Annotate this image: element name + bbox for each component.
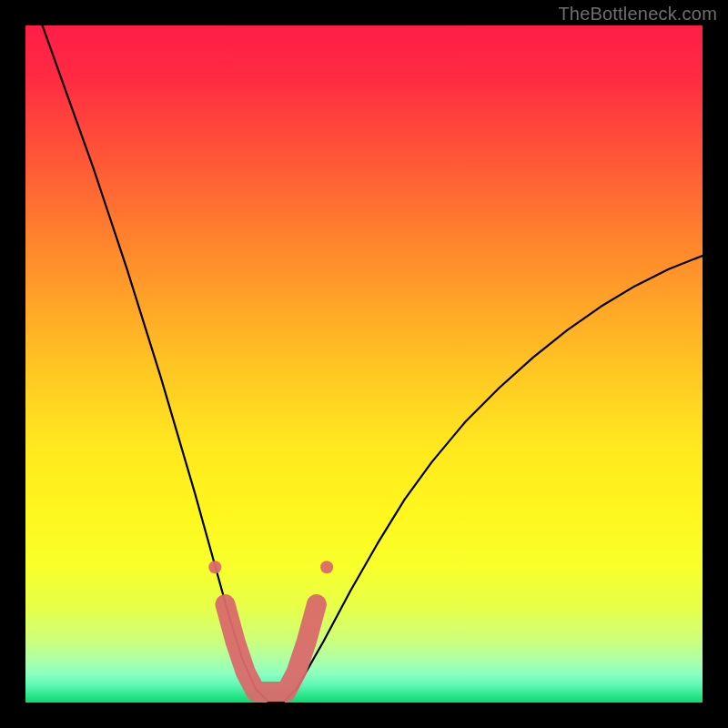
svg-point-1: [208, 561, 221, 573]
chart-svg: [25, 25, 703, 703]
svg-point-2: [320, 561, 333, 573]
chart-frame: TheBottleneck.com: [0, 0, 728, 728]
svg-rect-0: [25, 25, 703, 703]
plot-area: [25, 25, 703, 703]
watermark-text: TheBottleneck.com: [558, 4, 717, 25]
